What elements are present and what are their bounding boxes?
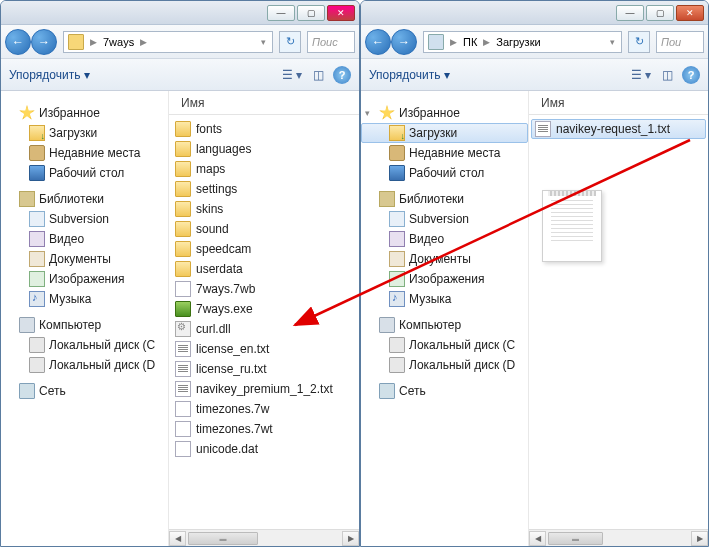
titlebar[interactable]: — ▢ ✕ — [361, 1, 708, 25]
forward-button[interactable]: → — [391, 29, 417, 55]
file-row[interactable]: curl.dll — [171, 319, 357, 339]
file-name: speedcam — [196, 242, 251, 256]
folder-row[interactable]: maps — [171, 159, 357, 179]
file-row[interactable]: timezones.7w — [171, 399, 357, 419]
sidebar-item-music[interactable]: Музыка — [1, 289, 168, 309]
folder-row[interactable]: sound — [171, 219, 357, 239]
scroll-left-button[interactable]: ◀ — [169, 531, 186, 546]
folder-row[interactable]: languages — [171, 139, 357, 159]
breadcrumb-segment[interactable]: Загрузки — [496, 36, 540, 48]
navigation-tree[interactable]: Избранное Загрузки Недавние места Рабочи… — [1, 91, 169, 546]
close-button[interactable]: ✕ — [676, 5, 704, 21]
folder-row[interactable]: speedcam — [171, 239, 357, 259]
sidebar-item-drive-d[interactable]: Локальный диск (D — [361, 355, 528, 375]
favorites-group[interactable]: Избранное — [1, 103, 168, 123]
horizontal-scrollbar[interactable]: ◀ ▬ ▶ — [169, 529, 359, 546]
file-row[interactable]: license_ru.txt — [171, 359, 357, 379]
sidebar-item-downloads[interactable]: Загрузки — [1, 123, 168, 143]
sidebar-item-video[interactable]: Видео — [1, 229, 168, 249]
file-row[interactable]: navikey-request_1.txt — [531, 119, 706, 139]
file-row[interactable]: timezones.7wt — [171, 419, 357, 439]
folder-row[interactable]: skins — [171, 199, 357, 219]
refresh-button[interactable]: ↻ — [279, 31, 301, 53]
minimize-button[interactable]: — — [267, 5, 295, 21]
column-header-name[interactable]: Имя — [529, 91, 708, 115]
file-row[interactable]: navikey_premium_1_2.txt — [171, 379, 357, 399]
help-icon[interactable]: ? — [682, 66, 700, 84]
back-button[interactable]: ← — [365, 29, 391, 55]
dropdown-icon[interactable]: ▾ — [608, 37, 617, 47]
sidebar-item-documents[interactable]: Документы — [1, 249, 168, 269]
sidebar-item-documents[interactable]: Документы — [361, 249, 528, 269]
file-row[interactable]: 7ways.exe — [171, 299, 357, 319]
preview-pane-icon[interactable]: ◫ — [307, 66, 329, 84]
computer-group[interactable]: Компьютер — [361, 315, 528, 335]
scroll-thumb[interactable]: ▬ — [548, 532, 603, 545]
chevron-right-icon: ▶ — [448, 37, 459, 47]
network-group[interactable]: Сеть — [361, 381, 528, 401]
sidebar-item-music[interactable]: Музыка — [361, 289, 528, 309]
help-icon[interactable]: ? — [333, 66, 351, 84]
libraries-group[interactable]: Библиотеки — [361, 189, 528, 209]
scroll-right-button[interactable]: ▶ — [342, 531, 359, 546]
sidebar-item-images[interactable]: Изображения — [1, 269, 168, 289]
sidebar-item-video[interactable]: Видео — [361, 229, 528, 249]
sidebar-item-drive-c[interactable]: Локальный диск (C — [361, 335, 528, 355]
breadcrumb-segment[interactable]: ПК — [463, 36, 477, 48]
address-bar[interactable]: ▶ 7ways ▶ ▾ — [63, 31, 273, 53]
folder-row[interactable]: userdata — [171, 259, 357, 279]
maximize-button[interactable]: ▢ — [297, 5, 325, 21]
file-name: license_en.txt — [196, 342, 269, 356]
sidebar-item-drive-c[interactable]: Локальный диск (C — [1, 335, 168, 355]
drive-icon — [29, 337, 45, 353]
music-icon — [389, 291, 405, 307]
sidebar-item-recent[interactable]: Недавние места — [1, 143, 168, 163]
minimize-button[interactable]: — — [616, 5, 644, 21]
search-input[interactable]: Поис — [307, 31, 355, 53]
sidebar-item-images[interactable]: Изображения — [361, 269, 528, 289]
sidebar-item-subversion[interactable]: Subversion — [1, 209, 168, 229]
breadcrumb-segment[interactable]: 7ways — [103, 36, 134, 48]
folder-row[interactable]: fonts — [171, 119, 357, 139]
scroll-thumb[interactable]: ▬ — [188, 532, 258, 545]
file-row[interactable]: license_en.txt — [171, 339, 357, 359]
address-bar[interactable]: ▶ ПК ▶ Загрузки ▾ — [423, 31, 622, 53]
organize-button[interactable]: Упорядочить ▾ — [369, 68, 450, 82]
navigation-tree[interactable]: ▾Избранное Загрузки Недавние места Рабоч… — [361, 91, 529, 546]
sidebar-item-desktop[interactable]: Рабочий стол — [1, 163, 168, 183]
sidebar-item-downloads[interactable]: Загрузки — [361, 123, 528, 143]
maximize-button[interactable]: ▢ — [646, 5, 674, 21]
sidebar-item-drive-d[interactable]: Локальный диск (D — [1, 355, 168, 375]
refresh-button[interactable]: ↻ — [628, 31, 650, 53]
view-options-icon[interactable]: ☰ ▾ — [630, 66, 652, 84]
favorites-group[interactable]: ▾Избранное — [361, 103, 528, 123]
file-row[interactable]: 7ways.7wb — [171, 279, 357, 299]
search-input[interactable]: Пои — [656, 31, 704, 53]
dropdown-icon[interactable]: ▾ — [259, 37, 268, 47]
forward-button[interactable]: → — [31, 29, 57, 55]
file-list[interactable]: navikey-request_1.txt — [529, 115, 708, 529]
drive-icon — [29, 357, 45, 373]
sidebar-item-desktop[interactable]: Рабочий стол — [361, 163, 528, 183]
horizontal-scrollbar[interactable]: ◀ ▬ ▶ — [529, 529, 708, 546]
preview-pane-icon[interactable]: ◫ — [656, 66, 678, 84]
file-list[interactable]: fontslanguagesmapssettingsskinssoundspee… — [169, 115, 359, 529]
star-icon — [19, 105, 35, 121]
organize-button[interactable]: Упорядочить ▾ — [9, 68, 90, 82]
view-options-icon[interactable]: ☰ ▾ — [281, 66, 303, 84]
scroll-right-button[interactable]: ▶ — [691, 531, 708, 546]
file-icon — [175, 401, 191, 417]
sidebar-item-recent[interactable]: Недавние места — [361, 143, 528, 163]
library-icon — [379, 191, 395, 207]
file-row[interactable]: unicode.dat — [171, 439, 357, 459]
back-button[interactable]: ← — [5, 29, 31, 55]
network-group[interactable]: Сеть — [1, 381, 168, 401]
folder-row[interactable]: settings — [171, 179, 357, 199]
scroll-left-button[interactable]: ◀ — [529, 531, 546, 546]
titlebar[interactable]: — ▢ ✕ — [1, 1, 359, 25]
column-header-name[interactable]: Имя — [169, 91, 359, 115]
computer-group[interactable]: Компьютер — [1, 315, 168, 335]
libraries-group[interactable]: Библиотеки — [1, 189, 168, 209]
close-button[interactable]: ✕ — [327, 5, 355, 21]
sidebar-item-subversion[interactable]: Subversion — [361, 209, 528, 229]
